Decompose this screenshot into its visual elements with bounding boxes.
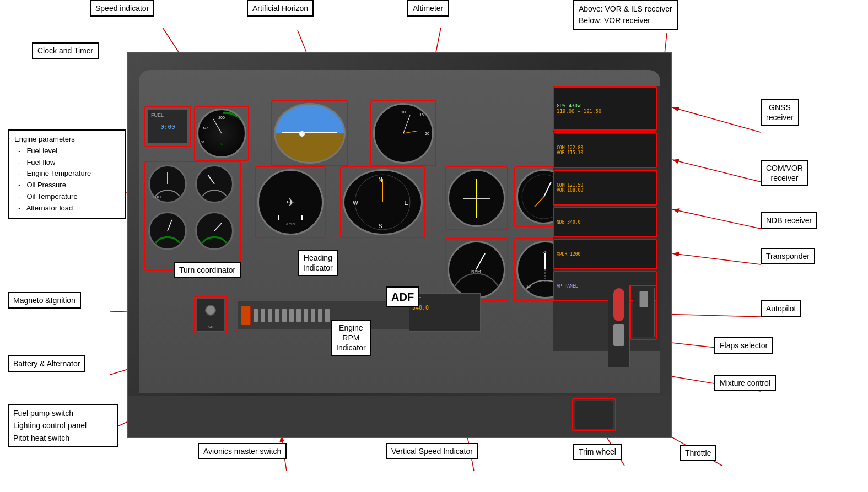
flaps-selector-label: Flaps selector xyxy=(714,337,773,354)
clock-timer-label: Clock and Timer xyxy=(32,42,99,59)
turn-coordinator-label: Turn coordinator xyxy=(174,262,241,278)
adf-unit: ADF 340.0 xyxy=(409,293,481,332)
svg-text:W: W xyxy=(353,200,358,206)
svg-line-47 xyxy=(476,253,485,269)
svg-text:RPM: RPM xyxy=(471,269,481,274)
engine-params-label: Engine parameters - Fuel level - Fuel fl… xyxy=(8,129,126,219)
svg-line-28 xyxy=(168,220,172,231)
flaps-box xyxy=(630,285,657,340)
cockpit-image: N7274H 200 140 80 40 xyxy=(127,52,672,438)
svg-line-21 xyxy=(672,253,761,264)
instrument-panel: 200 140 80 40 xyxy=(139,70,660,393)
throttle-unit xyxy=(608,285,630,367)
speed-indicator-label: Speed indicator xyxy=(90,0,154,17)
autopilot-label: Autopilot xyxy=(761,300,801,317)
switch-panel-box xyxy=(235,299,412,332)
transponder-label: Transponder xyxy=(761,248,815,264)
svg-text:10: 10 xyxy=(526,284,531,288)
vor-cdi-box xyxy=(445,166,508,230)
altimeter-box: 10 15 20 xyxy=(370,100,436,166)
svg-line-20 xyxy=(672,209,761,229)
speed-indicator-box: 200 140 80 40 xyxy=(194,106,249,161)
trim-wheel-label: Trim wheel xyxy=(573,444,622,460)
svg-line-19 xyxy=(672,160,761,182)
fuel-pump-label: Fuel pump switchLighting control panelPi… xyxy=(8,404,118,447)
svg-line-18 xyxy=(672,107,761,132)
adf-label: ADF xyxy=(386,286,419,307)
clock-box: FUEL 0:00 xyxy=(144,106,191,147)
svg-line-38 xyxy=(535,197,544,207)
altimeter-label: Altimeter xyxy=(407,0,449,17)
vor-ils-label: Above: VOR & ILS receiverBelow: VOR rece… xyxy=(573,0,678,30)
cockpit-bottom xyxy=(128,396,671,437)
svg-text:E: E xyxy=(405,200,408,206)
svg-line-29 xyxy=(214,223,222,231)
svg-line-37 xyxy=(544,182,551,197)
svg-text:20: 20 xyxy=(543,250,547,254)
rpm-indicator-box: RPM xyxy=(445,238,508,301)
engine-rpm-label: EngineRPMIndicator xyxy=(331,320,371,356)
svg-line-27 xyxy=(208,175,214,184)
battery-alternator-label: Battery & Alternator xyxy=(8,355,85,372)
gnss-label: GNSSreceiver xyxy=(761,99,799,126)
heading-indicator-box: N E S W xyxy=(340,166,425,238)
svg-text:N: N xyxy=(378,177,382,183)
heading-indicator-label: HeadingIndicator xyxy=(298,250,338,276)
svg-line-22 xyxy=(661,314,761,317)
mixture-control-label: Mixture control xyxy=(714,375,776,391)
svg-text:FUEL: FUEL xyxy=(153,195,163,199)
vertical-speed-label: Vertical Speed Indicator xyxy=(386,443,478,459)
com-vor-label: COM/VORreceiver xyxy=(761,160,808,186)
artificial-horizon-box xyxy=(271,100,348,166)
magneto-ignition-label: Magneto &Ignition xyxy=(8,292,81,309)
artificial-horizon-label: Artificial Horizon xyxy=(247,0,314,17)
magneto-switch-box: IGN xyxy=(194,296,227,334)
svg-text:S: S xyxy=(379,223,382,229)
ndb-label: NDB receiver xyxy=(761,212,817,229)
trim-wheel-bottom-box xyxy=(572,398,616,431)
engine-gauges-box: FUEL xyxy=(144,161,241,271)
turn-coordinator-box: ✈ 2 MIN xyxy=(255,166,326,238)
throttle-label: Throttle xyxy=(680,445,716,461)
avionics-master-label: Avionics master switch xyxy=(198,443,287,459)
